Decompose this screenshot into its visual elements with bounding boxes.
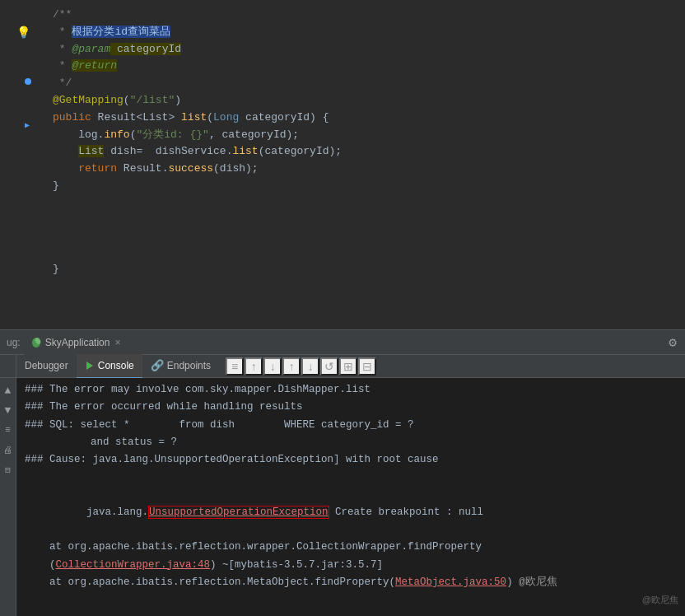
endpoints-icon: 🔗 xyxy=(151,359,164,371)
sub-tab-bar: Debugger Console 🔗 Endpoints ≡ ↑ ↓ ↑ ↓ ↺ xyxy=(0,355,685,378)
console-line-4: and status = ? xyxy=(25,434,677,451)
gear-icon[interactable]: ⚙ xyxy=(664,334,682,351)
toolbar-up-btn[interactable]: ↑ xyxy=(245,357,263,376)
side-panel xyxy=(0,355,16,377)
toolbar-down2-btn[interactable]: ↓ xyxy=(301,357,319,376)
nav-down-btn[interactable]: ▼ xyxy=(1,403,16,418)
code-line: @GetMapping("/list") xyxy=(8,92,685,110)
code-line: } xyxy=(8,261,685,278)
console-area: ▲ ▼ ≡ 🖨 ⊟ ### The error may involve com.… xyxy=(0,378,685,616)
console-line-3: ### SQL: select * from dish WHERE catego… xyxy=(25,417,677,434)
sky-application-tab[interactable]: SkyApplication × xyxy=(24,330,128,355)
svg-marker-2 xyxy=(86,362,93,370)
lightbulb-icon: 💡 xyxy=(16,24,30,42)
exception-link-3[interactable]: MetaObject.java:50 xyxy=(395,576,506,588)
toolbar-filter-btn[interactable]: ≡ xyxy=(226,357,244,376)
nav-lines-btn[interactable]: ≡ xyxy=(1,422,16,437)
toolbar-up2-btn[interactable]: ↑ xyxy=(282,357,301,376)
exception-link-1[interactable]: UnsupportedOperationException xyxy=(148,506,329,519)
code-editor: /** 💡 * 根据分类id查询菜品 * @param categoryId *… xyxy=(0,0,685,329)
tab-debugger[interactable]: Debugger xyxy=(16,354,77,379)
tab-close-icon[interactable]: × xyxy=(114,337,120,348)
console-line-1: ### The error may involve com.sky.mapper… xyxy=(25,381,677,399)
console-line-5: ### Cause: java.lang.UnsupportedOperatio… xyxy=(25,451,677,469)
breakpoint-indicator xyxy=(25,78,31,85)
debug-panel-label: ug: xyxy=(3,337,24,348)
debug-indicator: ▶ xyxy=(25,119,30,133)
console-output: ### The error may involve com.sky.mapper… xyxy=(16,378,685,616)
exception-link-2[interactable]: CollectionWrapper.java:48 xyxy=(56,559,211,571)
console-toolbar: ≡ ↑ ↓ ↑ ↓ ↺ ⊞ ⊟ xyxy=(226,357,376,376)
toolbar-refresh-btn[interactable]: ↺ xyxy=(320,357,338,376)
debug-tab-bar: ug: SkyApplication × ⚙ xyxy=(0,330,685,355)
console-play-icon xyxy=(85,361,95,371)
code-line: /** xyxy=(8,7,685,24)
watermark: @欧尼焦 xyxy=(642,594,678,606)
toolbar-split-btn[interactable]: ⊞ xyxy=(339,357,357,376)
console-line-blank xyxy=(25,469,677,486)
code-line: } xyxy=(8,178,685,195)
app-icon xyxy=(30,337,42,348)
tab-endpoints[interactable]: 🔗 Endpoints xyxy=(142,354,219,379)
code-line-comment: 💡 * 根据分类id查询菜品 xyxy=(8,24,685,41)
code-line: log.info("分类id: {}", categoryId); xyxy=(8,127,685,144)
code-line: public Result<List> list(Long categoryId… xyxy=(8,110,685,127)
toolbar-collapse-btn[interactable]: ⊟ xyxy=(358,357,376,376)
console-line-at1: at org.apache.ibatis.reflection.wrapper.… xyxy=(25,539,677,556)
code-line: return Result.success(dish); xyxy=(8,161,685,178)
console-line-exception: java.lang.UnsupportedOperationException … xyxy=(25,487,677,539)
nav-minus-btn[interactable]: ⊟ xyxy=(1,462,16,477)
console-line-2: ### The error occurred while handling re… xyxy=(25,399,677,416)
console-nav-panel: ▲ ▼ ≡ 🖨 ⊟ xyxy=(0,378,16,616)
debug-panel: ug: SkyApplication × ⚙ Debugger xyxy=(0,329,685,616)
console-line-at2: at org.apache.ibatis.reflection.MetaObje… xyxy=(25,574,677,591)
code-line: List dish= dishService.list(categoryId); xyxy=(8,143,685,161)
code-line: */ xyxy=(8,75,685,92)
tab-console[interactable]: Console xyxy=(77,354,142,379)
code-line: * @return xyxy=(8,58,685,75)
nav-print-btn[interactable]: 🖨 xyxy=(1,442,16,457)
console-line-at1-detail: (CollectionWrapper.java:48) ~[mybatis-3.… xyxy=(25,557,677,574)
code-line: * @param categoryId xyxy=(8,41,685,58)
toolbar-down-btn[interactable]: ↓ xyxy=(263,357,282,376)
nav-up-btn[interactable]: ▲ xyxy=(1,383,16,398)
